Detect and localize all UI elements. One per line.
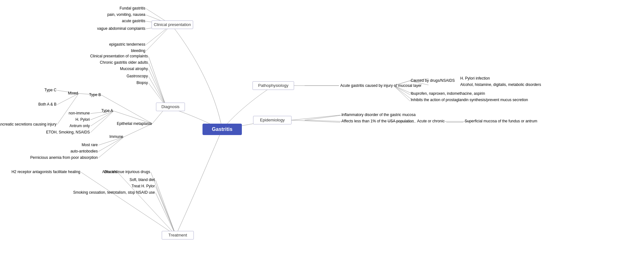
line-ta4 (90, 111, 114, 133)
leaf-hpylori: H. Pylori infection (460, 76, 490, 81)
leaf-acute-chronic: Acute or chronic (417, 119, 445, 123)
line-treatment (176, 129, 222, 235)
leaf-nonimmune: non-immune (69, 111, 90, 115)
leaf-hpylori-a: H. Pylori (76, 117, 90, 122)
line-d3 (149, 69, 166, 107)
leaf-epigastric: epigastric tenderness (109, 42, 145, 47)
branch-epidemiology: Epidemiology (253, 116, 291, 124)
line-epi1 (305, 115, 343, 120)
line-tr4 (156, 180, 176, 235)
leaf-bleeding: bleeding (131, 49, 145, 53)
leaf-typeC: Type C (44, 88, 56, 92)
leaf-acute-gastritis: Acute gastritis caused by injury of muco… (340, 83, 422, 88)
leaf-inflammatory: Inflammatory disorder of the gastric muc… (342, 113, 416, 117)
leaf-less-1pct: Affects less than 1% of the USA populati… (342, 119, 414, 123)
branch-epi-label: Epidemiology (260, 118, 285, 122)
leaf-auto: auto-antobodies (70, 149, 98, 153)
leaf-inhibits: Inhibits the action of prostaglandin syn… (411, 98, 528, 102)
leaf-antrum: Antrum only (70, 124, 90, 128)
leaf-typeB: Type B (89, 93, 101, 97)
leaf-typeA: Type A (101, 108, 113, 113)
leaf-pernicious: Pernicious anemia from poor absorption (30, 155, 98, 160)
leaf-antacids: Antacids (102, 170, 117, 174)
leaf-pancreatic: Pancreatic secretions causing injury (0, 122, 56, 126)
center-label: Gastritis (212, 126, 233, 132)
branch-clinical: Clinical presentation (152, 21, 193, 29)
leaf-both-ab: Both A & B (38, 102, 56, 107)
line-imm2 (98, 137, 124, 152)
leaf-h2: H2 receptor antagonists facilitate heali… (11, 170, 80, 174)
line-d4 (149, 76, 166, 107)
leaf-chronic-gastritis: Chronic gastritis older adults (100, 60, 148, 65)
mindmap-svg: Gastritis Clinical presentation Diagnosi… (0, 0, 644, 259)
leaf-immune: Immune (110, 134, 123, 139)
branch-clinical-label: Clinical presentation (154, 22, 191, 27)
center-node: Gastritis (202, 124, 242, 135)
branch-treatment: Treatment (162, 231, 194, 239)
line-tr3 (81, 172, 176, 235)
branch-patho-label: Pathophysiology (258, 83, 289, 88)
branch-pathophysiology: Pathophysiology (253, 81, 294, 90)
leaf-alcohol: Alcohol, histamine, digitalis, metabolic… (460, 82, 541, 87)
line-tr5 (156, 186, 176, 235)
leaf-gastroscopy: Gastroscopy (127, 74, 148, 78)
leaf-acute: acute gastritis (122, 19, 145, 23)
line-tr6 (156, 193, 176, 235)
leaf-mucosal: Mucosal atrophy (120, 67, 148, 71)
leaf-mostrare: Most rare (82, 143, 98, 147)
branch-diagnosis: Diagnosis (156, 103, 185, 111)
leaf-pain: pain, vomiting, nausea (107, 12, 145, 17)
leaf-biopsy: Biopsy (136, 81, 148, 85)
line-d2 (149, 63, 166, 107)
leaf-superficial: Superficial mucosa of the fundus or antr… (465, 119, 537, 123)
branch-treatment-label: Treatment (169, 233, 187, 237)
leaf-treathpylor: Treat H. Pylor (131, 184, 155, 188)
leaf-caused-drugs: Caused by drugs/NSAIDS (411, 78, 455, 83)
leaf-ibuprofen: Ibuprofen, naproxen, indomethacine, aspi… (411, 91, 485, 96)
line-clinical (171, 25, 222, 129)
leaf-clinical-comp: Clinical presentation of complaints (90, 54, 148, 58)
line-imm3 (98, 137, 124, 158)
line-d1 (149, 56, 166, 107)
leaf-mixed: Mixed (68, 91, 78, 95)
leaf-fundal: Fundal gastritis (120, 6, 145, 10)
leaf-soft: Soft, bland diet (129, 178, 155, 182)
leaf-epithelial: Epithelial metaplasia (117, 121, 152, 126)
leaf-etoh: ETOH, Smoking, NSAIDS (46, 130, 90, 134)
line-epi-inf (291, 115, 340, 120)
leaf-smoking: Smoking cessation, teetotalism, stop NSA… (73, 190, 155, 195)
leaf-vague: vague abdominal complaints (97, 26, 145, 31)
line-epi2 (305, 120, 343, 121)
branch-diagnosis-label: Diagnosis (161, 104, 180, 109)
